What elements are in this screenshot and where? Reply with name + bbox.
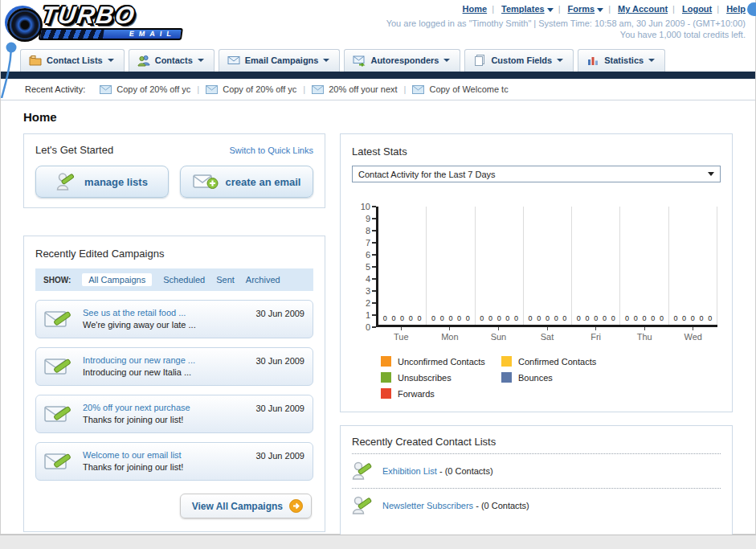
divider — [608, 4, 611, 14]
chart-x-label: Wed — [668, 327, 717, 342]
manage-lists-button[interactable]: manage lists — [35, 166, 169, 198]
legend-swatch — [381, 388, 391, 399]
contact-list-detail: - (0 Contacts) — [439, 466, 493, 476]
latest-stats-title: Latest Stats — [352, 145, 407, 158]
chart-column: 00000 — [476, 207, 524, 325]
filter-all-campaigns[interactable]: All Campaigns — [82, 273, 152, 286]
divider — [492, 4, 494, 14]
chart-x-label: Sun — [474, 327, 523, 342]
filter-sent[interactable]: Sent — [216, 275, 235, 285]
envelope-pencil-icon — [44, 308, 75, 330]
campaign-subtitle: Thanks for joining our list! — [83, 414, 247, 426]
recent-activity-item[interactable]: 20% off your next — [312, 84, 397, 94]
contact-list-link[interactable]: Exhibition List — [382, 466, 437, 476]
divider — [672, 4, 675, 14]
contact-activity-chart: 109876543210 000000000000000000000000000… — [353, 207, 717, 327]
recent-campaigns-title: Recently Edited Campaigns — [35, 248, 164, 260]
latest-stats-panel: Latest Stats Contact Activity for the La… — [340, 133, 733, 412]
chevron-down-icon[interactable] — [547, 8, 554, 12]
get-started-panel: Let's Get Started Switch to Quick Links … — [23, 133, 325, 208]
envelope-icon — [412, 85, 424, 94]
get-started-title: Let's Get Started — [35, 144, 113, 156]
nav-link-home[interactable]: Home — [463, 4, 488, 14]
nav-link-templates[interactable]: Templates — [501, 4, 545, 14]
chart-column: 00000 — [378, 207, 427, 325]
filter-scheduled[interactable]: Scheduled — [163, 275, 205, 285]
campaign-subtitle: Thanks for joining our list! — [83, 461, 247, 473]
nav-divider-bar — [1, 72, 755, 79]
envelope-pencil-icon — [44, 403, 75, 425]
tab-contact-lists[interactable]: Contact Lists — [20, 49, 125, 72]
contact-list-item[interactable]: Newsletter Subscribers - (0 Contacts) — [352, 489, 721, 522]
page-footer-strip — [0, 535, 756, 549]
recent-activity-label: Recent Activity: — [25, 84, 85, 94]
chart-x-axis: TueMonSunSatFriThuWed — [377, 327, 717, 342]
tab-label: Custom Fields — [491, 55, 552, 65]
switch-quick-links-link[interactable]: Switch to Quick Links — [229, 145, 313, 155]
login-status-text: You are logged in as "Timothy Smith" | S… — [386, 18, 746, 29]
legend-swatch — [501, 372, 512, 383]
campaign-title-link[interactable]: See us at the retail food ... — [83, 307, 247, 319]
chevron-down-icon — [198, 59, 204, 62]
nav-link-forms[interactable]: Forms — [568, 4, 595, 14]
person-pencil-icon — [352, 495, 374, 516]
turbo-email-logo[interactable]: TURBO EMAIL — [6, 3, 198, 43]
legend-item: Forwards — [381, 388, 501, 399]
tab-label: Contacts — [155, 55, 193, 65]
view-all-campaigns-button[interactable]: View All Campaigns — [180, 494, 312, 518]
tab-label: Statistics — [604, 55, 644, 65]
campaign-card[interactable]: 20% off your next purchase Thanks for jo… — [35, 395, 313, 433]
chart-column: 00000 — [572, 207, 620, 325]
logo-stripes — [40, 30, 104, 39]
campaign-title-link[interactable]: 20% off your next purchase — [83, 402, 247, 414]
tab-custom-fields[interactable]: Custom Fields — [464, 49, 574, 72]
chart-x-label: Sat — [523, 327, 572, 342]
recent-activity-item[interactable]: Copy of Welcome tc — [412, 84, 508, 94]
recent-activity-item[interactable]: Copy of 20% off yc — [206, 84, 296, 94]
create-email-button[interactable]: create an email — [180, 166, 313, 198]
nav-link-logout[interactable]: Logout — [682, 4, 712, 14]
contact-list-link[interactable]: Newsletter Subscribers — [382, 501, 473, 510]
chevron-down-icon[interactable] — [597, 8, 603, 12]
chart-x-label: Thu — [620, 327, 669, 342]
orange-arrow-icon — [289, 499, 303, 513]
logo-text-turbo: TURBO — [40, 3, 186, 27]
envelope-plus-icon — [193, 173, 219, 191]
chart-x-label: Fri — [571, 327, 620, 342]
chart-column: 00000 — [427, 207, 475, 325]
activity-item-label: Copy of 20% off yc — [223, 84, 296, 94]
chart-column: 00000 — [620, 207, 668, 325]
campaign-card[interactable]: Introducing our new range ... Introducin… — [35, 347, 313, 386]
filter-archived[interactable]: Archived — [246, 275, 280, 285]
manage-lists-label: manage lists — [84, 176, 148, 188]
recent-campaigns-panel: Recently Edited Campaigns SHOW: All Camp… — [23, 236, 325, 532]
show-label: SHOW: — [43, 276, 71, 285]
campaign-card[interactable]: Welcome to our email list Thanks for joi… — [35, 442, 313, 481]
chevron-down-icon — [443, 59, 450, 62]
tab-email-campaigns[interactable]: Email Campaigns — [219, 49, 341, 72]
nav-link-help[interactable]: Help — [726, 4, 746, 14]
content-area: TURBO EMAIL Home Templates Forms My Acco… — [0, 0, 756, 535]
stats-period-value: Contact Activity for the Last 7 Days — [358, 170, 708, 179]
stats-period-select[interactable]: Contact Activity for the Last 7 Days — [352, 166, 721, 182]
create-email-label: create an email — [226, 176, 301, 188]
help-balloon-icon[interactable] — [747, 2, 756, 16]
campaign-title-link[interactable]: Introducing our new range ... — [83, 354, 247, 367]
divider — [303, 84, 305, 94]
chart-x-label: Tue — [377, 327, 426, 342]
tab-autoresponders[interactable]: Autoresponders — [344, 49, 460, 72]
nav-link-my-account[interactable]: My Account — [618, 4, 668, 14]
tab-statistics[interactable]: Statistics — [578, 49, 665, 72]
main-content: Home Let's Get Started Switch to Quick L… — [1, 100, 755, 549]
campaign-title-link[interactable]: Welcome to our email list — [83, 449, 247, 461]
activity-item-label: 20% off your next — [329, 84, 397, 94]
envelope-icon — [100, 85, 112, 94]
legend-item: Bounces — [501, 372, 622, 383]
divider — [558, 4, 561, 14]
campaign-card[interactable]: See us at the retail food ... We're givi… — [35, 300, 313, 338]
chart-x-label: Mon — [426, 327, 475, 342]
recent-activity-item[interactable]: Copy of 20% off yc — [100, 84, 190, 94]
tab-contacts[interactable]: Contacts — [129, 49, 215, 72]
session-info: You are logged in as "Timothy Smith" | S… — [386, 18, 746, 40]
contact-list-item[interactable]: Exhibition List - (0 Contacts) — [352, 454, 721, 489]
